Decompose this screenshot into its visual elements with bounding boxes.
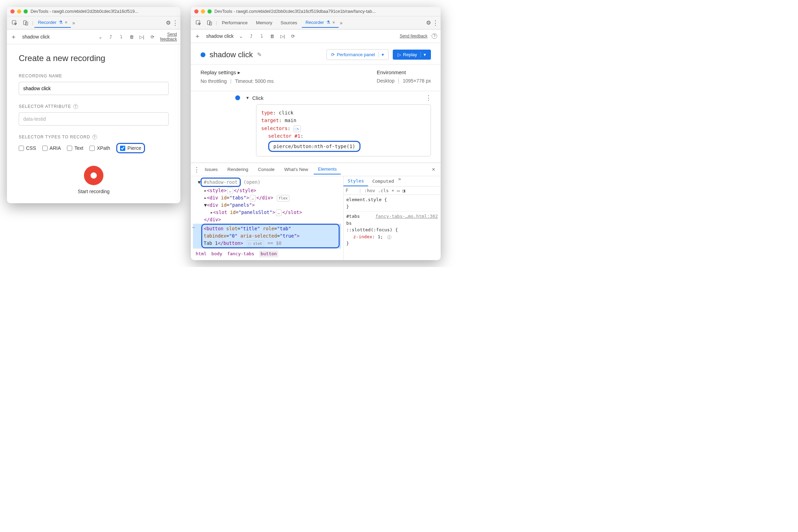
minimize-icon[interactable] xyxy=(17,9,21,14)
page-title: Create a new recording xyxy=(19,53,169,63)
gear-icon[interactable]: ⚙ xyxy=(426,19,431,26)
close-icon[interactable] xyxy=(10,9,15,14)
chevron-down-icon[interactable]: ▾ xyxy=(379,52,384,57)
status-dot-icon xyxy=(201,52,205,57)
send-feedback-link[interactable]: Send feedback xyxy=(400,34,427,38)
edit-icon[interactable]: ✎ xyxy=(257,51,262,58)
close-tab-icon[interactable]: × xyxy=(332,20,335,25)
recording-name-display: shadow click xyxy=(22,34,50,40)
import-icon[interactable]: ⤵ xyxy=(258,34,265,39)
step-icon[interactable]: ▷| xyxy=(279,34,286,39)
selected-dom-node[interactable]: ⋯ <button slot="title" role="tab" tabind… xyxy=(193,224,341,248)
gear-icon[interactable]: ⚙ xyxy=(166,19,171,26)
play-icon: ▷ xyxy=(398,52,401,57)
more-tabs-icon[interactable]: » xyxy=(72,20,75,26)
replay-settings-header[interactable]: Replay settings ▸ xyxy=(201,69,274,76)
step-name[interactable]: Click xyxy=(252,95,264,101)
tab-memory[interactable]: Memory xyxy=(253,18,276,27)
sidebar-toggle-icon[interactable]: ◨ xyxy=(402,188,405,193)
tab-sources[interactable]: Sources xyxy=(277,18,301,27)
kebab-icon[interactable]: ⋮ xyxy=(172,19,178,27)
trash-icon[interactable]: 🗑 xyxy=(128,34,135,40)
selector-attribute-label: SELECTOR ATTRIBUTE ? xyxy=(19,104,169,109)
throttling-value: No throttling xyxy=(201,78,227,84)
tab-rendering[interactable]: Rendering xyxy=(223,165,253,174)
computed-styles-icon[interactable]: ▭ xyxy=(397,188,400,193)
flask-icon: ⚗ xyxy=(59,20,63,25)
chevron-down-icon[interactable]: ⌄ xyxy=(97,34,103,40)
minimize-icon[interactable] xyxy=(201,9,205,14)
help-icon[interactable]: ? xyxy=(73,104,78,109)
device-icon[interactable] xyxy=(205,18,214,28)
import-icon[interactable]: ⤵ xyxy=(118,34,124,40)
help-icon[interactable]: ? xyxy=(432,33,437,39)
export-icon[interactable]: ⤴ xyxy=(108,34,114,40)
new-rule-icon[interactable]: + xyxy=(391,188,394,193)
checkbox-xpath[interactable]: XPath xyxy=(90,145,110,151)
tab-issues[interactable]: Issues xyxy=(201,165,222,174)
checkbox-css[interactable]: CSS xyxy=(19,145,36,151)
kebab-icon[interactable]: ⋮ xyxy=(432,19,438,27)
performance-panel-button[interactable]: ⟳ Performance panel ▾ xyxy=(326,49,389,60)
recording-name-input[interactable] xyxy=(19,82,169,95)
send-feedback-link[interactable]: Send feedback xyxy=(160,32,177,42)
styles-filter-input[interactable] xyxy=(346,188,356,193)
checkbox-text[interactable]: Text xyxy=(67,145,83,151)
tab-performance[interactable]: Performance xyxy=(218,18,251,27)
start-recording-button[interactable] xyxy=(84,166,103,185)
close-icon[interactable] xyxy=(194,9,198,14)
tab-recorder[interactable]: Recorder ⚗ × xyxy=(34,18,71,28)
collapse-icon[interactable]: ▼ xyxy=(246,96,249,100)
gauge-icon: ⟳ xyxy=(331,52,335,57)
new-recording-icon[interactable]: ＋ xyxy=(10,33,17,41)
tab-styles[interactable]: Styles xyxy=(343,176,368,186)
checkbox-aria[interactable]: ARIA xyxy=(42,145,61,151)
titlebar: DevTools - rawgit.com/ebidel/2d2bb0cdec3… xyxy=(191,7,441,16)
tab-console[interactable]: Console xyxy=(254,165,279,174)
dom-tree[interactable]: ▼#shadow-root (open) ▸<style>…</style> ▸… xyxy=(191,176,343,260)
window-title: DevTools - rawgit.com/ebidel/2d2bb0cdec3… xyxy=(214,9,437,14)
shadow-root-node[interactable]: #shadow-root xyxy=(201,178,241,187)
element-picker-icon[interactable]: ⬚↖ xyxy=(294,126,301,132)
device-icon[interactable] xyxy=(21,18,31,28)
drawer-menu-icon[interactable]: ⋮ xyxy=(194,166,199,173)
tab-recorder[interactable]: Recorder ⚗ × xyxy=(302,18,338,28)
chevron-down-icon[interactable]: ▾ xyxy=(421,52,426,57)
checkbox-pierce[interactable]: Pierce xyxy=(120,145,141,151)
hov-toggle[interactable]: :hov xyxy=(364,188,375,193)
dimensions-value: 1095×778 px xyxy=(403,78,431,84)
selector-attribute-input[interactable] xyxy=(19,112,169,126)
trash-icon[interactable]: 🗑 xyxy=(269,34,275,39)
tab-elements[interactable]: Elements xyxy=(314,164,341,174)
info-icon[interactable]: i xyxy=(387,235,391,239)
tab-computed[interactable]: Computed xyxy=(368,176,398,186)
step-menu-icon[interactable]: ⋮ xyxy=(425,94,431,102)
step-icon[interactable]: ▷| xyxy=(139,34,145,40)
inspect-icon[interactable] xyxy=(10,18,19,28)
cls-toggle[interactable]: .cls xyxy=(378,188,389,193)
svg-rect-0 xyxy=(12,20,16,24)
zoom-icon[interactable] xyxy=(207,9,212,14)
replay-button[interactable]: ▷ Replay ▾ xyxy=(393,50,431,60)
rule-source-link[interactable]: fancy-tabs-…mo.html:302 xyxy=(375,213,438,220)
dom-breadcrumbs[interactable]: html body fancy-tabs button xyxy=(193,249,341,259)
selector-value[interactable]: pierce/button:nth-of-type(1) xyxy=(268,141,360,152)
styles-panel: Styles Computed » | :hov .cls + ▭ ◨ elem… xyxy=(343,176,441,260)
titlebar: DevTools - rawgit.com/ebidel/2d2bb0cdec3… xyxy=(7,7,180,16)
close-tab-icon[interactable]: × xyxy=(65,20,68,25)
zoom-icon[interactable] xyxy=(24,9,28,14)
speed-icon[interactable]: ⟳ xyxy=(290,34,296,39)
new-recording-icon[interactable]: ＋ xyxy=(194,32,201,40)
more-tabs-icon[interactable]: » xyxy=(340,20,343,26)
reveal-slot-icon[interactable]: ⬚ slot xyxy=(247,240,264,247)
close-drawer-icon[interactable]: × xyxy=(429,165,438,174)
export-icon[interactable]: ⤴ xyxy=(248,34,254,39)
chevron-down-icon[interactable]: ⌄ xyxy=(238,34,244,39)
more-tabs-icon[interactable]: » xyxy=(398,176,401,186)
tab-whatsnew[interactable]: What's New xyxy=(280,165,312,174)
speed-icon[interactable]: ⟳ xyxy=(149,34,155,40)
help-icon[interactable]: ? xyxy=(92,135,97,139)
step-details-card: type: click target: main selectors: ⬚↖ s… xyxy=(256,104,431,156)
timeout-value: Timeout: 5000 ms xyxy=(235,78,274,84)
inspect-icon[interactable] xyxy=(194,18,203,28)
